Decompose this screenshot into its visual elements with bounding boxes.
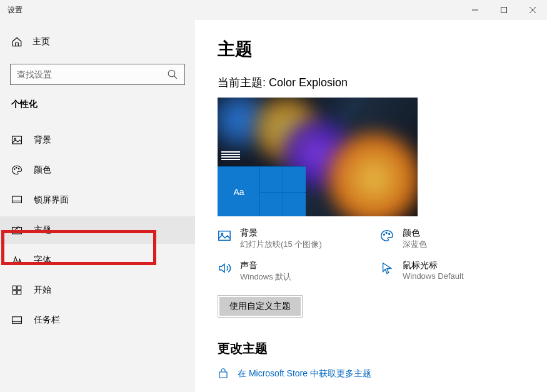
current-theme-line: 当前主题: Color Explosion [218,75,547,90]
close-icon [529,7,536,13]
option-sub: 幻灯片放映(15 个图像) [240,239,322,250]
store-link-label: 在 Microsoft Store 中获取更多主题 [238,368,371,379]
store-link[interactable]: 在 Microsoft Store 中获取更多主题 [218,368,547,379]
home-button[interactable]: 主页 [0,33,195,51]
svg-rect-12 [18,291,21,294]
search-icon [167,69,178,80]
lockscreen-icon [11,194,23,206]
start-icon [11,284,23,296]
titlebar: 设置 [0,0,547,20]
sidebar-item-label: 任务栏 [34,314,60,326]
sidebar-item-lockscreen[interactable]: 锁屏界面 [0,186,195,214]
cursor-icon [380,261,394,275]
sidebar: 主页 个性化 背景 颜色 [0,20,195,392]
option-title: 声音 [240,260,291,271]
store-icon [218,368,229,379]
preview-start-mock: Aa [218,148,305,216]
picture-icon [218,229,231,243]
search-box[interactable] [10,64,185,85]
home-label: 主页 [33,36,50,48]
maximize-button[interactable] [489,0,518,20]
sidebar-item-label: 主题 [34,224,51,236]
svg-point-18 [389,233,390,234]
svg-point-16 [384,234,385,235]
preview-tile-text: Aa [218,167,259,216]
option-sub: Windows Default [403,271,464,281]
palette-icon [380,229,394,243]
font-icon [11,254,23,266]
svg-point-17 [386,233,387,234]
minimize-icon [472,7,478,13]
sidebar-item-label: 背景 [34,134,51,146]
sidebar-item-background[interactable]: 背景 [0,126,195,154]
current-theme-prefix: 当前主题: [218,76,269,89]
close-button[interactable] [518,0,547,20]
svg-rect-14 [219,231,230,241]
option-sound[interactable]: 声音 Windows 默认 [218,260,380,283]
sidebar-item-colors[interactable]: 颜色 [0,156,195,184]
svg-rect-13 [13,317,22,324]
taskbar-icon [11,314,23,326]
paint-icon [11,224,23,236]
search-input[interactable] [17,69,167,79]
theme-preview[interactable]: Aa [218,98,418,216]
svg-rect-9 [13,286,16,289]
picture-icon [11,134,23,146]
sidebar-item-label: 颜色 [34,164,51,176]
change-theme-heading: 更改主题 [218,340,547,357]
svg-rect-11 [13,291,16,294]
palette-icon [11,164,23,176]
minimize-button[interactable] [461,0,489,20]
svg-rect-7 [13,196,22,203]
svg-point-15 [221,233,223,235]
svg-rect-2 [13,136,22,144]
option-sub: Windows 默认 [240,271,291,283]
sidebar-item-label: 锁屏界面 [34,194,69,206]
window-title: 设置 [0,5,23,16]
settings-window: 设置 主页 个性化 [0,0,547,392]
sound-icon [218,261,231,275]
sidebar-item-label: 字体 [34,254,51,266]
option-title: 背景 [240,228,322,239]
svg-point-1 [168,70,175,77]
option-title: 颜色 [403,228,427,239]
sidebar-item-start[interactable]: 开始 [0,276,195,304]
home-icon [11,36,23,48]
sidebar-item-label: 开始 [34,284,51,296]
category-title: 个性化 [0,99,195,110]
maximize-icon [501,7,507,13]
apply-theme-button[interactable]: 使用自定义主题 [219,297,301,316]
option-color[interactable]: 颜色 深蓝色 [380,228,543,250]
option-background[interactable]: 背景 幻灯片放映(15 个图像) [218,228,380,250]
svg-rect-0 [501,8,507,13]
sidebar-item-fonts[interactable]: 字体 [0,246,195,274]
svg-rect-10 [18,286,21,289]
current-theme-name: Color Explosion [269,76,348,89]
page-title: 主题 [218,38,547,61]
option-title: 鼠标光标 [403,260,464,271]
svg-point-5 [16,168,18,169]
sidebar-item-themes[interactable]: 主题 [0,216,195,244]
svg-point-4 [14,169,16,170]
content-area: 主题 当前主题: Color Explosion Aa [195,20,547,392]
option-sub: 深蓝色 [403,239,427,250]
svg-point-6 [18,168,19,169]
sidebar-item-taskbar[interactable]: 任务栏 [0,306,195,334]
svg-point-3 [14,138,16,140]
option-cursor[interactable]: 鼠标光标 Windows Default [380,260,543,283]
